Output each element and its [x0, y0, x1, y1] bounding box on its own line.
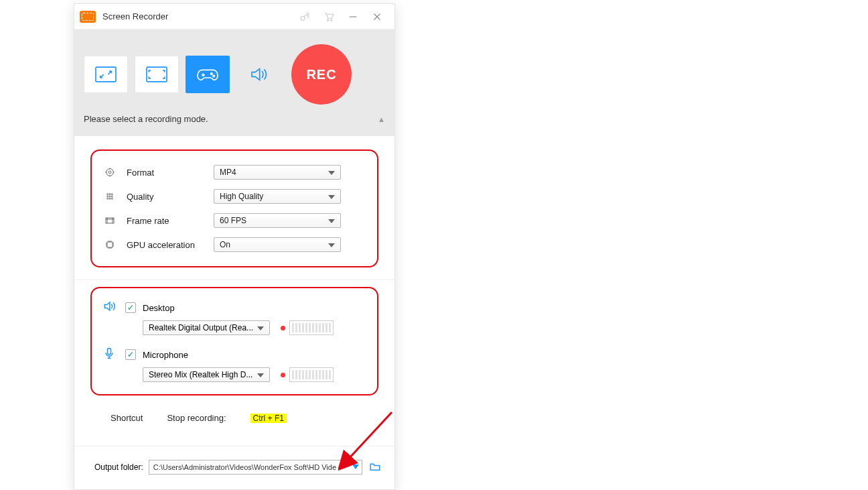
microphone-checkbox[interactable]	[125, 349, 136, 360]
framerate-icon	[102, 215, 117, 226]
svg-point-2	[331, 19, 332, 21]
titlebar: Screen Recorder	[74, 4, 394, 29]
output-folder-input[interactable]: C:\Users\Administrator\Videos\WonderFox …	[149, 460, 362, 475]
record-button[interactable]: REC	[291, 44, 352, 105]
svg-rect-4	[147, 67, 167, 82]
svg-point-13	[109, 196, 111, 197]
format-select[interactable]: MP4	[214, 165, 341, 180]
svg-point-5	[211, 73, 213, 75]
app-window: Screen Recorder REC Please select a reco…	[74, 3, 395, 490]
framerate-select[interactable]: 60 FPS	[214, 213, 341, 228]
gpu-label: GPU acceleration	[127, 240, 214, 250]
open-folder-button[interactable]	[368, 461, 382, 475]
svg-rect-3	[96, 67, 116, 82]
shortcut-key: Ctrl + F1	[250, 414, 287, 423]
mode-bar: REC Please select a recording mode. ▲	[74, 29, 394, 136]
folder-dropdown-icon[interactable]	[352, 465, 359, 469]
framerate-label: Frame rate	[127, 216, 214, 226]
format-icon	[102, 167, 117, 178]
microphone-device-select[interactable]: Stereo Mix (Realtek High D...	[143, 367, 270, 382]
output-folder-label: Output folder:	[94, 463, 143, 472]
speaker-icon	[102, 300, 119, 316]
app-title: Screen Recorder	[102, 11, 168, 21]
desktop-label: Desktop	[143, 303, 175, 313]
key-icon[interactable]	[293, 7, 317, 27]
mode-audio[interactable]	[236, 56, 281, 93]
footer: Output folder: C:\Users\Administrator\Vi…	[74, 446, 394, 489]
svg-point-1	[327, 19, 328, 21]
svg-point-10	[109, 194, 111, 195]
audio-settings-group: Desktop Realtek Digital Output (Rea... M…	[90, 287, 378, 395]
desktop-device-select[interactable]: Realtek Digital Output (Rea...	[143, 320, 270, 335]
svg-point-15	[107, 198, 108, 199]
desktop-checkbox[interactable]	[125, 302, 136, 313]
format-label: Format	[127, 168, 214, 178]
microphone-label: Microphone	[143, 350, 188, 360]
close-button[interactable]	[365, 7, 389, 27]
mode-game[interactable]	[186, 56, 230, 93]
svg-point-11	[111, 194, 113, 195]
svg-point-12	[107, 196, 108, 197]
svg-point-0	[301, 16, 305, 20]
desktop-level-meter	[281, 320, 334, 335]
shortcut-action: Stop recording:	[167, 413, 226, 423]
video-settings-group: Format MP4 Quality High Quality Frame ra…	[90, 149, 378, 267]
svg-point-17	[111, 198, 113, 199]
svg-point-6	[213, 75, 215, 77]
shortcut-label: Shortcut	[111, 413, 143, 423]
gpu-icon	[102, 239, 117, 250]
cart-icon[interactable]	[317, 7, 341, 27]
svg-point-14	[111, 196, 113, 197]
quality-label: Quality	[127, 192, 214, 202]
svg-rect-19	[107, 242, 113, 247]
mode-fullscreen[interactable]	[135, 56, 179, 93]
collapse-icon[interactable]: ▲	[378, 115, 385, 123]
svg-point-8	[108, 171, 111, 174]
svg-point-7	[106, 169, 114, 176]
microphone-level-meter	[281, 367, 334, 382]
quality-select[interactable]: High Quality	[214, 189, 341, 204]
microphone-icon	[102, 347, 119, 363]
minimize-button[interactable]	[341, 7, 365, 27]
svg-point-9	[107, 194, 108, 195]
svg-rect-20	[108, 349, 111, 355]
mode-prompt: Please select a recording mode.	[84, 114, 208, 124]
app-logo-icon	[80, 11, 96, 23]
quality-icon	[102, 191, 117, 202]
mode-region[interactable]	[84, 56, 128, 93]
gpu-select[interactable]: On	[214, 237, 341, 252]
svg-point-16	[109, 198, 111, 199]
